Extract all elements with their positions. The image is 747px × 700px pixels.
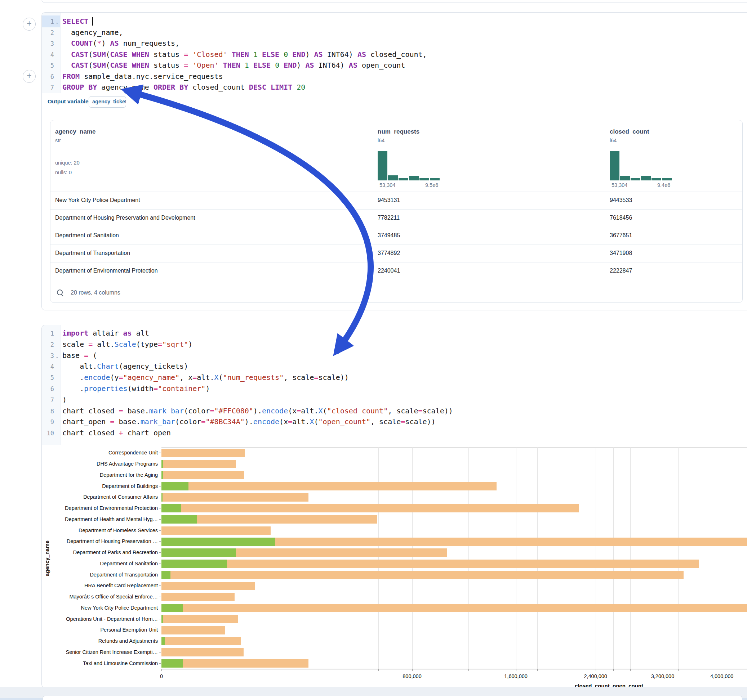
- output-variable-label: Output variable:: [48, 98, 91, 105]
- code-line[interactable]: FROM sample_data.nyc.service_requests: [62, 72, 747, 81]
- histogram-max-closed-count: 9.4e6: [657, 182, 670, 188]
- table-cell: Department of Environmental Protection: [55, 267, 158, 274]
- cell-divider: [42, 93, 747, 93]
- code-line[interactable]: .encode(y="agency_name", x=alt.X("num_re…: [62, 373, 747, 382]
- add-cell-button-middle[interactable]: +: [23, 70, 36, 83]
- code-line[interactable]: alt.Chart(agency_tickets): [62, 362, 747, 371]
- table-cell: 7782211: [378, 214, 400, 221]
- table-cell: 7618456: [610, 214, 632, 221]
- table-row[interactable]: Department of Housing Preservation and D…: [50, 209, 742, 227]
- add-cell-button-top[interactable]: +: [23, 18, 36, 31]
- histogram-num-requests: [378, 151, 441, 180]
- histogram-bin: [388, 175, 398, 180]
- line-number: 10: [42, 430, 54, 437]
- line-number: 3: [42, 40, 54, 47]
- histogram-max-num-requests: 9.5e6: [425, 182, 438, 188]
- histogram-bin: [631, 178, 640, 180]
- code-line[interactable]: SELECT: [62, 17, 747, 26]
- table-cell: 2222847: [610, 267, 632, 274]
- table-row[interactable]: Department of Environmental Protection22…: [50, 262, 742, 280]
- histogram-bin: [610, 151, 620, 180]
- previous-cell-edge: [41, 0, 747, 3]
- output-variable-pill[interactable]: agency_tickets: [89, 96, 126, 108]
- line-number: 8: [42, 407, 54, 415]
- line-number: 4: [42, 363, 54, 370]
- code-line[interactable]: base = (: [62, 351, 747, 360]
- table-cell: 9443533: [610, 197, 632, 204]
- histogram-closed-count: [610, 151, 673, 180]
- table-row[interactable]: Department of Sanitation37494853677651: [50, 227, 742, 244]
- text-cursor: [92, 17, 93, 26]
- histogram-bin: [409, 176, 419, 180]
- line-number: 5: [42, 374, 54, 381]
- histogram-bin: [378, 151, 387, 180]
- table-cell: Department of Transportation: [55, 250, 130, 256]
- next-cell-edge: [42, 695, 742, 700]
- table-cell: Department of Sanitation: [55, 232, 119, 239]
- histogram-bin: [399, 178, 408, 180]
- code-line[interactable]: GROUP BY agency_name ORDER BY closed_cou…: [62, 83, 747, 92]
- histogram-bin: [620, 176, 630, 180]
- histogram-bin: [662, 178, 672, 180]
- histogram-bin: [430, 178, 440, 180]
- line-number: 7: [42, 397, 54, 404]
- histogram-bin: [652, 178, 661, 180]
- code-line[interactable]: import altair as alt: [62, 329, 747, 337]
- python-cell: 1import altair as alt2scale = alt.Scale(…: [41, 325, 747, 688]
- histogram-min-closed-count: 53,304: [611, 182, 628, 188]
- column-header-closed-count[interactable]: closed_count: [610, 128, 649, 136]
- column-header-num-requests[interactable]: num_requests: [378, 128, 419, 136]
- code-line[interactable]: agency_name,: [62, 28, 747, 37]
- column-header-agency-name[interactable]: agency_name: [55, 128, 95, 136]
- line-number: 4: [42, 51, 54, 58]
- column-type-num-requests: i64: [378, 137, 384, 143]
- column-type-agency-name: str: [55, 137, 61, 143]
- row-separator: [50, 280, 742, 280]
- line-number: 2: [42, 29, 54, 36]
- code-line[interactable]: scale = alt.Scale(type="sqrt"): [62, 340, 747, 348]
- histogram-bin: [641, 176, 651, 180]
- line-number: 1: [42, 330, 54, 337]
- table-cell: 3471908: [610, 250, 632, 256]
- line-number: 1: [42, 18, 54, 25]
- line-number: 5: [42, 62, 54, 69]
- code-line[interactable]: chart_closed = base.mark_bar(color="#FFC…: [62, 407, 747, 415]
- table-cell: Department of Housing Preservation and D…: [55, 214, 195, 221]
- table-row-count: 20 rows, 4 columns: [71, 290, 120, 296]
- line-number: 2: [42, 341, 54, 348]
- table-row[interactable]: Department of Transportation377489234719…: [50, 244, 742, 262]
- code-line[interactable]: CAST(SUM(CASE WHEN status = 'Open' THEN …: [62, 61, 747, 69]
- python-code-editor[interactable]: 1import altair as alt2scale = alt.Scale(…: [42, 325, 747, 445]
- table-cell: 9453131: [378, 197, 400, 204]
- column-stat-unique: unique: 20: [55, 160, 80, 166]
- table-cell: 3749485: [378, 232, 400, 239]
- column-type-closed-count: i64: [610, 137, 617, 143]
- code-line[interactable]: ): [62, 395, 747, 404]
- dataframe-preview-card: agency_name str unique: 20 nulls: 0 num_…: [50, 120, 742, 303]
- line-number: 3: [42, 352, 54, 359]
- histogram-min-num-requests: 53,304: [380, 182, 395, 188]
- table-cell: New York City Police Department: [55, 197, 140, 204]
- histogram-bin: [419, 178, 429, 180]
- code-line[interactable]: COUNT(*) AS num_requests,: [62, 39, 747, 48]
- line-number: 7: [42, 84, 54, 91]
- notebook-page: + + 1⌄SELECT2 agency_name,3 COUNT(*) AS …: [0, 0, 747, 700]
- table-cell: 2240041: [378, 267, 400, 274]
- table-cell: 3677651: [610, 232, 632, 239]
- code-line[interactable]: chart_closed + chart_open: [62, 428, 747, 437]
- line-number: 6: [42, 73, 54, 80]
- collapse-chevron-icon[interactable]: ⌄: [55, 354, 59, 359]
- collapse-chevron-icon[interactable]: ⌄: [55, 20, 59, 25]
- search-icon[interactable]: [57, 290, 64, 297]
- code-line[interactable]: chart_open = base.mark_bar(color="#8BC34…: [62, 417, 747, 426]
- column-stat-nulls: nulls: 0: [55, 170, 72, 175]
- sql-cell: 1⌄SELECT2 agency_name,3 COUNT(*) AS num_…: [41, 12, 747, 311]
- code-line[interactable]: CAST(SUM(CASE WHEN status = 'Closed' THE…: [62, 50, 747, 59]
- sql-code-editor[interactable]: 1⌄SELECT2 agency_name,3 COUNT(*) AS num_…: [42, 13, 747, 93]
- table-row[interactable]: New York City Police Department945313194…: [50, 192, 742, 209]
- table-cell: 3774892: [378, 250, 400, 256]
- line-number: 9: [42, 418, 54, 425]
- line-number: 6: [42, 385, 54, 392]
- code-line[interactable]: .properties(width="container"): [62, 384, 747, 393]
